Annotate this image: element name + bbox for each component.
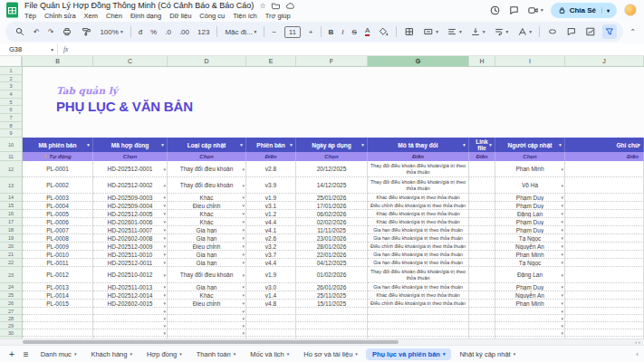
merge-cells-icon[interactable]: ▾ bbox=[421, 24, 440, 39]
cell-dropdown-icon[interactable]: ▾ bbox=[561, 300, 563, 306]
menu-item-4[interactable]: Định dạng bbox=[130, 12, 161, 20]
text-wrap-icon[interactable]: ▾ bbox=[492, 24, 511, 39]
empty-cell[interactable]: ▾ bbox=[93, 308, 168, 315]
cell-description[interactable]: Gia hạn điều khoản/giá trị theo thỏa thu… bbox=[368, 283, 469, 291]
cell-update-type[interactable]: Khác▾ bbox=[168, 194, 246, 202]
cell-updated-by[interactable]: Nguyễn An▾ bbox=[495, 291, 565, 300]
cell-apply-date[interactable]: 02/02/2026 bbox=[296, 218, 368, 226]
header-cell[interactable]: Loại cập nhật▼ bbox=[168, 138, 246, 152]
cell-note[interactable] bbox=[565, 234, 644, 243]
cell-link-file[interactable] bbox=[469, 161, 495, 177]
empty-cell[interactable]: ▾ bbox=[495, 322, 565, 329]
cell-description[interactable]: Điều chỉnh điều khoản/giá trị theo thỏa … bbox=[368, 202, 469, 210]
cell-note[interactable] bbox=[565, 251, 644, 259]
filter-button-icon[interactable]: ▼ bbox=[86, 142, 91, 148]
row-header-21[interactable]: 21 bbox=[0, 251, 23, 259]
cell-dropdown-icon[interactable]: ▾ bbox=[561, 260, 563, 265]
empty-cell[interactable] bbox=[565, 308, 644, 315]
row-header-3[interactable]: 3 bbox=[0, 82, 22, 90]
filter-icon[interactable] bbox=[604, 26, 615, 37]
row-header-15[interactable]: 15 bbox=[0, 202, 23, 210]
header-cell[interactable]: Mã phiên bản▼ bbox=[23, 138, 93, 152]
cell-dropdown-icon[interactable]: ▾ bbox=[163, 316, 166, 321]
doc-title[interactable]: File Quản Lý Hợp Đồng Thông Minh (Có Cản… bbox=[24, 1, 254, 10]
cell-apply-date[interactable]: 20/12/2025 bbox=[296, 161, 368, 177]
empty-cell[interactable] bbox=[23, 322, 93, 329]
cell-apply-date[interactable]: 11/11/2025 bbox=[296, 226, 368, 234]
cell-link-file[interactable] bbox=[469, 218, 495, 226]
cell-version-id[interactable]: PL-0014 bbox=[23, 291, 93, 300]
cell-dropdown-icon[interactable]: ▾ bbox=[242, 300, 245, 306]
cell-dropdown-icon[interactable]: ▾ bbox=[163, 284, 166, 290]
menu-item-7[interactable]: Tiện ích bbox=[233, 12, 256, 20]
filter-button-icon[interactable]: ▼ bbox=[637, 142, 641, 148]
header-cell[interactable]: Phiên bản▼ bbox=[246, 138, 296, 152]
tab-dropdown-icon[interactable]: ▾ bbox=[287, 351, 290, 357]
cell-note[interactable] bbox=[565, 218, 644, 226]
cell-apply-date[interactable]: 06/02/2026 bbox=[296, 210, 368, 218]
cell-dropdown-icon[interactable]: ▾ bbox=[163, 330, 166, 336]
row-header-14[interactable]: 14 bbox=[0, 194, 23, 202]
cell-link-file[interactable] bbox=[469, 251, 495, 259]
paint-format-icon[interactable] bbox=[79, 24, 93, 39]
empty-cell[interactable]: ▾ bbox=[93, 322, 168, 329]
cell-version[interactable]: v4.4 bbox=[246, 218, 296, 226]
cell-dropdown-icon[interactable]: ▾ bbox=[163, 235, 166, 241]
cell-apply-date[interactable]: 04/12/2025 bbox=[296, 259, 368, 267]
cell-link-file[interactable] bbox=[469, 283, 495, 291]
column-header-C[interactable]: C bbox=[93, 56, 168, 66]
column-header-F[interactable]: F bbox=[296, 56, 368, 66]
cell-note[interactable] bbox=[565, 161, 644, 177]
cell-dropdown-icon[interactable]: ▾ bbox=[163, 227, 166, 233]
row-header-13[interactable]: 13 bbox=[0, 177, 23, 194]
empty-cell[interactable]: ▾ bbox=[93, 329, 168, 337]
cell-version-id[interactable]: PL-0011 bbox=[23, 259, 93, 267]
cell-dropdown-icon[interactable]: ▾ bbox=[163, 323, 166, 329]
cell-update-type[interactable]: Gia hạn▾ bbox=[168, 226, 246, 234]
cell-version-id[interactable]: PL-0003 bbox=[23, 194, 93, 202]
redo-icon[interactable]: ↷ bbox=[46, 24, 56, 39]
strikethrough-icon[interactable]: S bbox=[351, 24, 359, 39]
cell-version-id[interactable]: PL-0009 bbox=[23, 243, 93, 251]
tab-dropdown-icon[interactable]: ▾ bbox=[179, 351, 182, 357]
cell-dropdown-icon[interactable]: ▾ bbox=[242, 183, 245, 188]
cell-dropdown-icon[interactable]: ▾ bbox=[242, 203, 245, 208]
cell-update-type[interactable]: Điều chỉnh▾ bbox=[168, 243, 246, 251]
decrease-font-size-icon[interactable]: − bbox=[270, 24, 278, 39]
cell-update-type[interactable]: Thay đổi điều khoản▾ bbox=[168, 161, 246, 177]
cell-apply-date[interactable]: 22/01/2026 bbox=[296, 251, 368, 259]
row-header-22[interactable]: 22 bbox=[0, 259, 23, 267]
menu-item-8[interactable]: Trợ giúp bbox=[265, 12, 291, 20]
cell-dropdown-icon[interactable]: ▾ bbox=[163, 292, 166, 298]
empty-cell[interactable] bbox=[469, 322, 495, 329]
cell-link-file[interactable] bbox=[469, 243, 495, 251]
cell-link-file[interactable] bbox=[469, 300, 495, 308]
cell-version-id[interactable]: PL-0002 bbox=[23, 177, 93, 194]
cell-updated-by[interactable]: Phạm Duy▾ bbox=[495, 218, 565, 226]
cell-updated-by[interactable]: Phạm Duy▾ bbox=[495, 194, 565, 202]
row-header-16[interactable]: 16 bbox=[0, 210, 23, 218]
cell-update-type[interactable]: Gia hạn▾ bbox=[168, 283, 246, 291]
cell-link-file[interactable] bbox=[469, 234, 495, 243]
cell-description[interactable]: Khác điều khoản/giá trị theo thỏa thuận bbox=[368, 291, 469, 300]
cell-dropdown-icon[interactable]: ▾ bbox=[163, 300, 166, 306]
row-header-30[interactable]: 30 bbox=[0, 329, 23, 337]
sheet-banner[interactable]: Tab quản lý PHỤ LỤC & VĂN BẢN bbox=[23, 67, 644, 138]
cell-dropdown-icon[interactable]: ▾ bbox=[561, 323, 563, 329]
cell-updated-by[interactable]: Phạm Duy▾ bbox=[495, 283, 565, 291]
empty-cell[interactable] bbox=[469, 308, 495, 315]
cell-dropdown-icon[interactable]: ▾ bbox=[163, 243, 166, 249]
cell-version[interactable]: v1.4 bbox=[246, 291, 296, 300]
cell-link-file[interactable] bbox=[469, 210, 495, 218]
cell-update-type[interactable]: Gia hạn▾ bbox=[168, 234, 246, 243]
select-all-corner[interactable] bbox=[0, 56, 23, 66]
cell-contract-id[interactable]: HD-202512-0001▾ bbox=[93, 161, 168, 177]
row-header-9[interactable]: 9 bbox=[0, 129, 22, 138]
cell-dropdown-icon[interactable]: ▾ bbox=[561, 309, 563, 314]
row-header-23[interactable]: 23 bbox=[0, 267, 23, 283]
row-header-8[interactable]: 8 bbox=[0, 122, 22, 130]
cell-dropdown-icon[interactable]: ▾ bbox=[561, 316, 563, 321]
row-header-28[interactable]: 28 bbox=[0, 315, 23, 322]
cell-dropdown-icon[interactable]: ▾ bbox=[242, 167, 245, 172]
row-header-24[interactable]: 24 bbox=[0, 283, 23, 291]
